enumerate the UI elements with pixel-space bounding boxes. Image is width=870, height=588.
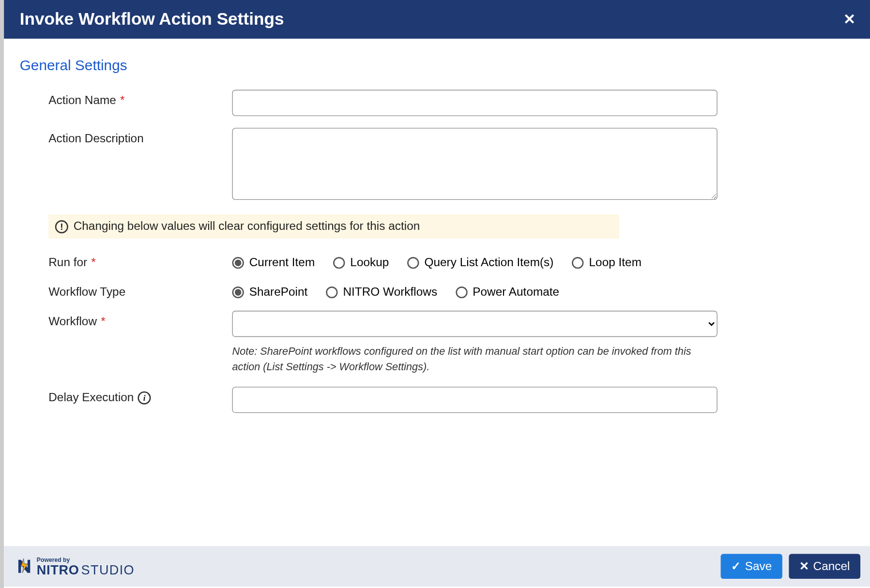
delay-execution-input[interactable] [232, 387, 717, 413]
brand-logo-icon [15, 557, 33, 575]
radio-icon [407, 256, 419, 268]
save-button[interactable]: Save [721, 554, 782, 579]
radio-workflow-type-sharepoint[interactable]: SharePoint [232, 285, 307, 299]
footer-buttons: Save Cancel [721, 554, 861, 579]
x-icon [799, 559, 809, 573]
radio-run-for-current-item[interactable]: Current Item [232, 256, 315, 269]
brand-logo: Powered by NITROSTUDIO [15, 557, 135, 576]
modal-title: Invoke Workflow Action Settings [20, 9, 284, 30]
radio-run-for-lookup[interactable]: Lookup [333, 256, 389, 269]
row-workflow-type: Workflow Type SharePoint NITRO Workflows… [20, 281, 855, 299]
radio-workflow-type-power-automate[interactable]: Power Automate [456, 285, 559, 299]
row-workflow: Workflow* Note: SharePoint workflows con… [20, 311, 855, 375]
label-delay-execution: Delay Execution i [48, 387, 232, 405]
radio-icon [333, 256, 345, 268]
label-action-description: Action Description [48, 128, 232, 146]
required-indicator: * [101, 315, 106, 328]
radio-run-for-query-list[interactable]: Query List Action Item(s) [407, 256, 553, 269]
warning-banner: ! Changing below values will clear confi… [48, 214, 619, 239]
workflow-note: Note: SharePoint workflows configured on… [232, 344, 717, 375]
radio-icon [232, 256, 244, 268]
warning-text: Changing below values will clear configu… [74, 220, 420, 233]
row-delay-execution: Delay Execution i [20, 387, 855, 413]
radio-workflow-type-nitro[interactable]: NITRO Workflows [326, 285, 437, 299]
run-for-radio-group: Current Item Lookup Query List Action It… [232, 252, 717, 270]
label-action-name: Action Name* [48, 90, 232, 108]
info-icon[interactable]: i [138, 391, 151, 404]
close-icon: ✕ [843, 11, 855, 27]
radio-icon [456, 286, 467, 298]
radio-icon [572, 256, 583, 268]
row-run-for: Run for* Current Item Lookup Query List … [20, 252, 855, 270]
row-action-name: Action Name* [20, 90, 855, 116]
action-description-input[interactable] [232, 128, 717, 200]
radio-icon [232, 286, 244, 298]
radio-icon [326, 286, 337, 298]
workflow-select[interactable] [232, 311, 717, 337]
cancel-button[interactable]: Cancel [789, 554, 860, 579]
modal-footer: Powered by NITROSTUDIO Save Cancel [4, 546, 870, 587]
label-workflow-type: Workflow Type [48, 281, 232, 299]
check-icon [731, 559, 741, 573]
workflow-type-radio-group: SharePoint NITRO Workflows Power Automat… [232, 281, 717, 299]
section-title: General Settings [20, 57, 855, 74]
required-indicator: * [91, 256, 96, 269]
warning-icon: ! [55, 220, 68, 233]
radio-run-for-loop-item[interactable]: Loop Item [572, 256, 641, 269]
label-workflow: Workflow* [48, 311, 232, 329]
row-action-description: Action Description [20, 128, 855, 202]
required-indicator: * [120, 94, 125, 107]
modal-header: Invoke Workflow Action Settings ✕ [4, 0, 870, 39]
modal-body: General Settings Action Name* Action Des… [4, 39, 870, 546]
label-run-for: Run for* [48, 252, 232, 270]
action-name-input[interactable] [232, 90, 717, 116]
brand-name: NITROSTUDIO [37, 563, 135, 576]
close-button[interactable]: ✕ [843, 12, 855, 27]
